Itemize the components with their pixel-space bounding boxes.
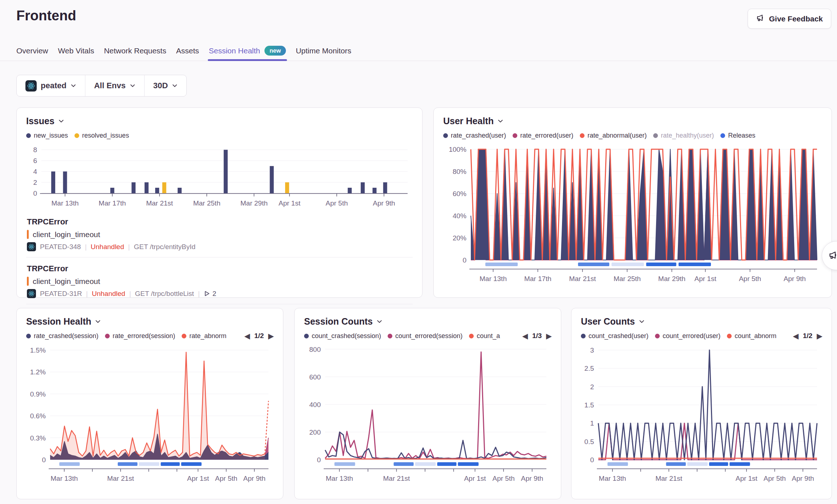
chevron-down-icon <box>58 118 64 124</box>
pager-prev-icon[interactable]: ◀ <box>793 332 798 340</box>
issue-row[interactable]: TRPCErrorclient_login_timeoutPEATED-348|… <box>26 214 413 254</box>
environment-filter[interactable]: All Envs <box>85 75 144 96</box>
pager-prev-icon[interactable]: ◀ <box>244 332 250 340</box>
legend-item-rate-errored-user[interactable]: rate_errored(user) <box>513 132 573 139</box>
legend-label: rate_errored(user) <box>520 132 573 139</box>
svg-text:100%: 100% <box>449 146 466 153</box>
legend-item-count-crashed-session[interactable]: count_crashed(session) <box>304 332 381 340</box>
svg-text:Apr 9th: Apr 9th <box>521 475 543 482</box>
chevron-down-icon <box>172 83 178 89</box>
svg-text:600: 600 <box>309 373 321 381</box>
legend-item-rate-crashed-user[interactable]: rate_crashed(user) <box>443 132 506 139</box>
svg-text:Mar 25th: Mar 25th <box>193 199 221 207</box>
legend-dot-icon <box>581 334 586 338</box>
legend-item-count-errored-user[interactable]: count_errored(user) <box>655 332 720 340</box>
legend-item-count-a[interactable]: count_a <box>469 332 500 340</box>
user-counts-chart: 32.521.510.50Mar 13thMar 21stApr 1stApr … <box>581 342 822 487</box>
svg-text:Apr 1st: Apr 1st <box>736 475 758 482</box>
svg-text:6: 6 <box>33 157 37 164</box>
issue-replay-count[interactable]: 2 <box>204 290 217 298</box>
issues-legend: new_issuesresolved_issues <box>26 130 413 141</box>
legend-dot-icon <box>655 334 660 338</box>
svg-text:Mar 25th: Mar 25th <box>614 275 641 283</box>
pager-prev-icon[interactable]: ◀ <box>522 332 528 340</box>
legend-item-rate-abnormal-user[interactable]: rate_abnormal(user) <box>580 132 647 139</box>
issues-panel: Issues new_issuesresolved_issues 86420Ma… <box>16 107 422 298</box>
filter-bar: peated All Envs 30D <box>16 75 187 97</box>
issue-message[interactable]: client_login_timeout <box>33 230 100 239</box>
pager-next-icon[interactable]: ▶ <box>546 332 551 340</box>
legend-item-count-abnorm[interactable]: count_abnorm <box>727 332 776 340</box>
tab-label: Session Health <box>209 46 260 55</box>
user-health-legend: rate_crashed(user)rate_errored(user)rate… <box>443 130 822 141</box>
svg-text:2.5: 2.5 <box>585 365 594 372</box>
pager-next-icon[interactable]: ▶ <box>817 332 822 340</box>
issue-transaction: GET /trpc/entityById <box>134 243 195 251</box>
session-health-panel-header[interactable]: Session Health <box>26 316 274 327</box>
legend-item-count-crashed-user[interactable]: count_crashed(user) <box>581 332 648 340</box>
legend-item-new-issues[interactable]: new_issues <box>26 132 68 139</box>
tab-label: Assets <box>176 46 199 55</box>
project-filter-label: peated <box>41 81 66 90</box>
svg-text:1.2%: 1.2% <box>30 368 46 376</box>
svg-text:40%: 40% <box>453 212 466 220</box>
svg-text:Apr 1st: Apr 1st <box>694 275 716 283</box>
svg-text:2: 2 <box>590 383 594 391</box>
user-counts-panel-header[interactable]: User Counts <box>581 316 822 327</box>
legend-item-rate-healthy-user[interactable]: rate_healthy(user) <box>653 132 714 139</box>
meta-divider: | <box>128 243 130 251</box>
issues-panel-header[interactable]: Issues <box>26 116 413 126</box>
svg-text:1.5: 1.5 <box>585 401 594 409</box>
megaphone-icon <box>756 13 765 24</box>
issue-message[interactable]: client_login_timeout <box>33 277 100 286</box>
tab-label: Network Requests <box>104 46 166 55</box>
issue-transaction: GET /trpc/bottleList <box>135 290 194 298</box>
tab-overview[interactable]: Overview <box>16 41 48 61</box>
legend-dot-icon <box>580 133 585 138</box>
environment-filter-label: All Envs <box>94 81 126 90</box>
issue-short-id: PEATED-348 <box>40 243 81 251</box>
tab-assets[interactable]: Assets <box>176 41 199 61</box>
svg-text:Mar 13th: Mar 13th <box>50 475 78 482</box>
issue-level-bar <box>27 277 29 286</box>
session-health-page: { "header": { "title": "Frontend", "give… <box>0 0 837 504</box>
tab-uptime-monitors[interactable]: Uptime Monitors <box>296 41 351 61</box>
tab-label: Web Vitals <box>58 46 94 55</box>
svg-text:2: 2 <box>33 179 37 186</box>
legend-item-resolved-issues[interactable]: resolved_issues <box>74 132 129 139</box>
pager-next-icon[interactable]: ▶ <box>268 332 274 340</box>
tab-session-health[interactable]: Session Healthnew <box>209 41 286 61</box>
issues-panel-title: Issues <box>26 116 54 126</box>
svg-text:Mar 13th: Mar 13th <box>52 199 79 207</box>
legend-item-rate-abnorm[interactable]: rate_abnorm <box>182 332 226 340</box>
legend-item-count-errored-session[interactable]: count_errored(session) <box>388 332 462 340</box>
legend-label: rate_healthy(user) <box>661 132 714 139</box>
legend-label: rate_crashed(user) <box>451 132 506 139</box>
page-title: Frontend <box>16 8 76 24</box>
tab-label: Overview <box>16 46 48 55</box>
session-counts-chart: 8006004002000Mar 13thMar 21stApr 1stApr … <box>304 342 551 487</box>
legend-item-rate-crashed-session[interactable]: rate_crashed(session) <box>26 332 98 340</box>
svg-text:Mar 13th: Mar 13th <box>480 275 507 283</box>
user-counts-panel: User Counts count_crashed(user)count_err… <box>571 308 832 499</box>
user-health-panel-header[interactable]: User Health <box>443 116 822 126</box>
legend-pager: ◀ 1/2 ▶ <box>244 332 274 340</box>
issue-error-type: TRPCError <box>27 264 412 273</box>
legend-label: count_crashed(session) <box>312 332 381 340</box>
meta-divider: | <box>198 290 200 298</box>
date-range-filter[interactable]: 30D <box>145 75 186 96</box>
legend-label: count_crashed(user) <box>589 332 648 340</box>
tab-web-vitals[interactable]: Web Vitals <box>58 41 94 61</box>
issue-row[interactable]: TRPCErrorclient_login_timeoutPEATED-31R|… <box>26 260 413 301</box>
legend-item-releases[interactable]: Releases <box>720 132 755 139</box>
meta-divider: | <box>86 290 88 298</box>
play-icon <box>204 290 210 297</box>
project-filter[interactable]: peated <box>17 75 85 96</box>
give-feedback-button[interactable]: Give Feedback <box>748 9 831 29</box>
user_counts-chart-svg: 32.521.510.50Mar 13thMar 21stApr 1stApr … <box>581 342 822 487</box>
svg-text:Mar 13th: Mar 13th <box>326 475 353 482</box>
date-range-filter-label: 30D <box>153 81 168 90</box>
legend-item-rate-errored-session[interactable]: rate_errored(session) <box>105 332 175 340</box>
session-counts-panel-header[interactable]: Session Counts <box>304 316 551 327</box>
tab-network-requests[interactable]: Network Requests <box>104 41 166 61</box>
